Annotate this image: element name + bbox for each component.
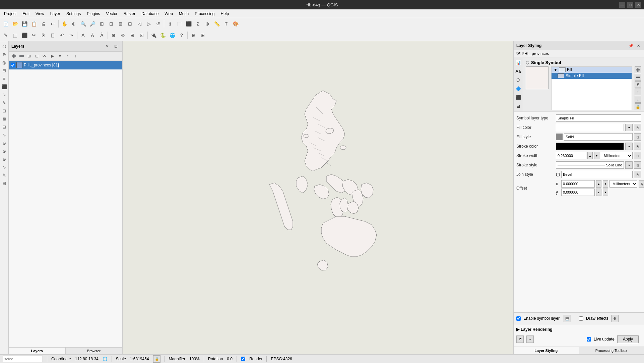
offset-x-input[interactable] — [561, 180, 595, 188]
digitize-btn6[interactable]: ⎕ — [48, 31, 57, 40]
digitize-btn4[interactable]: ✂ — [29, 31, 38, 40]
left-icon-3[interactable]: ◎ — [1, 59, 8, 66]
left-icon-18[interactable]: ⊞ — [1, 179, 8, 187]
scale-lock-btn[interactable]: 🔒 — [153, 355, 160, 363]
stroke-width-copy-btn[interactable]: ⎘ — [634, 152, 641, 159]
enable-symbol-checkbox[interactable] — [516, 316, 521, 321]
menu-edit[interactable]: Edit — [20, 11, 32, 17]
snap-btn1[interactable]: ⊕ — [109, 31, 118, 40]
offset-x-down-btn[interactable]: ▼ — [603, 180, 608, 188]
styling-button[interactable]: 🎨 — [231, 19, 240, 28]
digitize-btn2[interactable]: ⬚ — [11, 31, 19, 40]
render-checkbox[interactable] — [241, 357, 245, 361]
plugin-btn2[interactable]: 🐍 — [158, 31, 167, 40]
offset-copy-btn[interactable]: ⎘ — [639, 180, 644, 188]
close-button[interactable]: ✕ — [635, 2, 641, 8]
locate-button[interactable]: ⊕ — [203, 19, 212, 28]
zoom-prev-button[interactable]: ◁ — [135, 19, 144, 28]
save-project-button[interactable]: 💾 — [20, 19, 29, 28]
stroke-color-copy-btn[interactable]: ⎘ — [634, 143, 641, 150]
join-style-copy-btn[interactable]: ⎘ — [634, 171, 641, 178]
menu-processing[interactable]: Processing — [192, 11, 217, 17]
live-update-checkbox[interactable] — [587, 337, 591, 342]
left-icon-4[interactable]: ⊞ — [1, 67, 8, 74]
sym-dup-layer-btn[interactable]: ⎘ — [635, 81, 641, 88]
text-annot-button[interactable]: T — [222, 19, 231, 28]
stroke-style-arrow-btn[interactable]: ▾ — [625, 161, 633, 169]
stroke-width-up-btn[interactable]: ▲ — [587, 152, 593, 159]
zoom-in-button[interactable]: 🔍 — [79, 19, 87, 28]
left-icon-6[interactable]: ⬛ — [1, 83, 8, 90]
layer-visibility-checkbox[interactable] — [11, 63, 15, 67]
add-point-button[interactable]: ⊕ — [69, 19, 78, 28]
stroke-color-arrow-btn[interactable]: ▾ — [625, 143, 633, 150]
offset-x-up-btn[interactable]: ▲ — [596, 180, 601, 188]
sym-down-layer-btn[interactable]: ↓ — [635, 96, 641, 103]
digitize-btn3[interactable]: ⬛ — [20, 31, 29, 40]
digitize-btn7[interactable]: ↶ — [58, 31, 66, 40]
pan-to-selection-button[interactable]: ⊟ — [126, 19, 134, 28]
digitize-btn1[interactable]: ✎ — [1, 31, 10, 40]
fill-style-copy-btn[interactable]: ⎘ — [634, 133, 641, 141]
left-icon-12[interactable]: ∿ — [1, 131, 8, 139]
menu-project[interactable]: Project — [1, 11, 19, 17]
rp-icon-extra[interactable]: ⊞ — [515, 103, 522, 110]
left-icon-17[interactable]: ✎ — [1, 171, 8, 179]
deselect-button[interactable]: ⬛ — [184, 19, 193, 28]
sym-add-layer-btn[interactable]: ➕ — [635, 66, 641, 73]
layers-float-button[interactable]: ⊡ — [112, 43, 120, 50]
layers-filter-btn[interactable]: ⊞ — [25, 52, 33, 60]
fill-tree-row[interactable]: ▼ Fill — [552, 67, 632, 73]
left-icon-14[interactable]: ⊗ — [1, 147, 8, 155]
rp-tab-layer-styling[interactable]: Layer Styling — [514, 347, 579, 354]
new-project-button[interactable]: 📄 — [1, 19, 10, 28]
rp-pin-button[interactable]: 📌 — [628, 43, 634, 49]
stroke-color-picker[interactable] — [556, 143, 624, 150]
left-icon-13[interactable]: ⊕ — [1, 139, 8, 147]
layer-rendering-title[interactable]: ▶ Layer Rendering — [516, 326, 641, 333]
left-icon-5[interactable]: ≡ — [1, 75, 8, 82]
menu-plugins[interactable]: Plugins — [84, 11, 103, 17]
search-input[interactable] — [3, 356, 43, 362]
offset-y-down-btn[interactable]: ▼ — [603, 189, 608, 196]
layers-close-button[interactable]: ✕ — [104, 43, 111, 50]
simple-fill-tree-row[interactable]: Simple Fill — [552, 73, 632, 79]
layers-expand-btn[interactable]: ▶ — [49, 52, 56, 60]
label-btn1[interactable]: A — [79, 31, 87, 40]
rp-icon-diagram[interactable]: ⬡ — [515, 76, 522, 84]
label-btn2[interactable]: Ā — [88, 31, 97, 40]
offset-unit-select[interactable]: Millimeters — [609, 180, 637, 188]
menu-raster[interactable]: Raster — [121, 11, 138, 17]
apply-button[interactable]: Apply — [617, 335, 639, 343]
left-icon-8[interactable]: ✎ — [1, 99, 8, 106]
zoom-layer-button[interactable]: ⊡ — [107, 19, 116, 28]
refresh-button[interactable]: ↺ — [154, 19, 163, 28]
menu-view[interactable]: View — [33, 11, 47, 17]
map-area[interactable] — [123, 41, 513, 354]
layer-item-phl[interactable]: PHL_provinces [81] — [9, 61, 122, 69]
fill-color-copy-btn[interactable]: ⎘ — [634, 124, 641, 131]
stroke-width-down-btn[interactable]: ▼ — [594, 152, 599, 159]
lr-btn2[interactable]: → — [526, 335, 534, 343]
digitize-btn5[interactable]: ⎘ — [39, 31, 48, 40]
georef-btn[interactable]: ⊕ — [189, 31, 198, 40]
label-btn3[interactable]: Â — [98, 31, 106, 40]
select-button[interactable]: ⬚ — [175, 19, 184, 28]
lr-btn1[interactable]: ↺ — [516, 335, 524, 343]
snap-btn4[interactable]: ⊡ — [137, 31, 146, 40]
stroke-width-unit-select[interactable]: Millimeters — [601, 152, 633, 159]
menu-vector[interactable]: Vector — [104, 11, 120, 17]
rp-close-button[interactable]: ✕ — [635, 43, 641, 49]
stroke-width-input[interactable] — [556, 152, 586, 159]
save-as-button[interactable]: 📋 — [29, 19, 38, 28]
left-icon-2[interactable]: ⊕ — [1, 51, 8, 58]
offset-y-up-btn[interactable]: ▲ — [596, 189, 601, 196]
left-icon-16[interactable]: ∿ — [1, 163, 8, 171]
fill-color-arrow-btn[interactable]: ▾ — [625, 124, 633, 131]
join-style-select[interactable]: Bevel — [561, 171, 633, 178]
fill-style-select[interactable]: Solid — [564, 133, 633, 141]
layers-remove-btn[interactable]: ➖ — [18, 52, 25, 60]
help-btn[interactable]: ? — [177, 31, 186, 40]
menu-mesh[interactable]: Mesh — [176, 11, 191, 17]
left-icon-15[interactable]: ⊕ — [1, 155, 8, 163]
